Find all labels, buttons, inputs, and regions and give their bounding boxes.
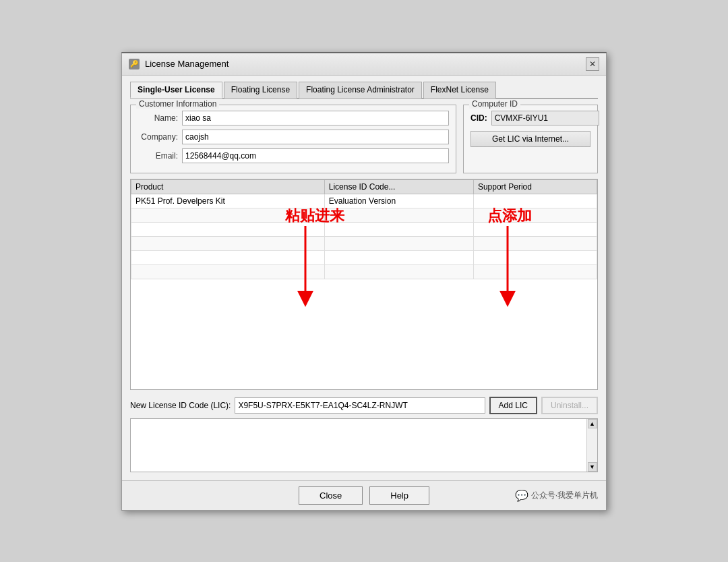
product-section: Product License ID Code... Support Perio… xyxy=(130,179,598,472)
dialog-icon: 🔑 xyxy=(129,59,140,69)
scroll-down-arrow[interactable]: ▼ xyxy=(588,462,597,472)
email-row: Email: xyxy=(138,148,449,163)
bottom-center-buttons: Close Help xyxy=(299,486,429,505)
cid-row: CID: xyxy=(471,111,590,125)
computer-id-box: Computer ID CID: Get LIC via Internet... xyxy=(463,105,598,173)
product-table-container: Product License ID Code... Support Perio… xyxy=(130,179,598,390)
product-table: Product License ID Code... Support Perio… xyxy=(131,179,597,279)
customer-info-legend: Customer Information xyxy=(136,99,219,109)
bottom-right: 💬 公众号·我爱单片机 xyxy=(429,489,598,502)
dialog-title: License Management xyxy=(145,59,229,69)
table-row-empty-2 xyxy=(131,222,597,236)
tab-floating-license[interactable]: Floating License xyxy=(224,82,297,99)
lic-label: New License ID Code (LIC): xyxy=(130,401,231,410)
company-label: Company: xyxy=(138,132,178,142)
name-input[interactable] xyxy=(182,111,449,125)
cid-value-input xyxy=(491,111,599,125)
col-support-period: Support Period xyxy=(473,179,597,194)
customer-info-box: Customer Information Name: Company: Emai… xyxy=(130,105,456,173)
output-textarea[interactable] xyxy=(131,419,586,472)
license-id-cell: Evaluation Version xyxy=(324,194,473,208)
cid-label: CID: xyxy=(471,113,487,123)
wechat-icon: 💬 xyxy=(515,489,528,502)
title-bar-left: 🔑 License Management xyxy=(129,59,229,69)
table-row-empty-1 xyxy=(131,208,597,222)
support-period-cell xyxy=(473,194,597,208)
bottom-bar: Close Help 💬 公众号·我爱单片机 xyxy=(122,480,606,510)
name-row: Name: xyxy=(138,111,449,125)
help-button[interactable]: Help xyxy=(369,486,429,505)
uninstall-button[interactable]: Uninstall... xyxy=(541,397,598,414)
col-product: Product xyxy=(131,179,325,194)
get-lic-internet-button[interactable]: Get LIC via Internet... xyxy=(471,131,590,147)
product-name-cell: PK51 Prof. Develpers Kit xyxy=(131,194,325,208)
tab-bar: Single-User License Floating License Flo… xyxy=(130,81,598,99)
title-bar: 🔑 License Management ✕ xyxy=(122,53,606,76)
computer-id-legend: Computer ID xyxy=(469,99,520,109)
tab-flexnet-license[interactable]: FlexNet License xyxy=(423,82,496,99)
table-row-empty-3 xyxy=(131,236,597,250)
add-lic-button[interactable]: Add LIC xyxy=(489,397,537,414)
lic-row: New License ID Code (LIC): Add LIC Unins… xyxy=(130,397,598,414)
close-button[interactable]: Close xyxy=(299,486,363,505)
email-label: Email: xyxy=(138,151,178,161)
tab-floating-license-admin[interactable]: Floating License Administrator xyxy=(299,82,422,99)
company-input[interactable] xyxy=(182,130,449,144)
dialog-body: Single-User License Floating License Flo… xyxy=(122,76,606,480)
scroll-up-arrow[interactable]: ▲ xyxy=(588,419,597,428)
lic-input[interactable] xyxy=(235,397,485,414)
email-input[interactable] xyxy=(182,148,449,163)
info-section-row: Customer Information Name: Company: Emai… xyxy=(130,105,598,173)
company-row: Company: xyxy=(138,130,449,144)
output-area-wrapper: ▲ ▼ xyxy=(130,418,598,472)
dialog-close-button[interactable]: ✕ xyxy=(586,57,599,71)
tab-single-user-license[interactable]: Single-User License xyxy=(130,82,222,99)
name-label: Name: xyxy=(138,113,178,123)
vertical-scrollbar[interactable]: ▲ ▼ xyxy=(586,419,597,472)
watermark-text: 公众号·我爱单片机 xyxy=(531,490,598,501)
table-row: PK51 Prof. Develpers Kit Evaluation Vers… xyxy=(131,194,597,208)
table-row-empty-5 xyxy=(131,264,597,279)
watermark: 💬 公众号·我爱单片机 xyxy=(515,489,598,502)
license-management-dialog: 🔑 License Management ✕ Single-User Licen… xyxy=(121,52,607,511)
col-license-id: License ID Code... xyxy=(324,179,473,194)
table-row-empty-4 xyxy=(131,250,597,264)
